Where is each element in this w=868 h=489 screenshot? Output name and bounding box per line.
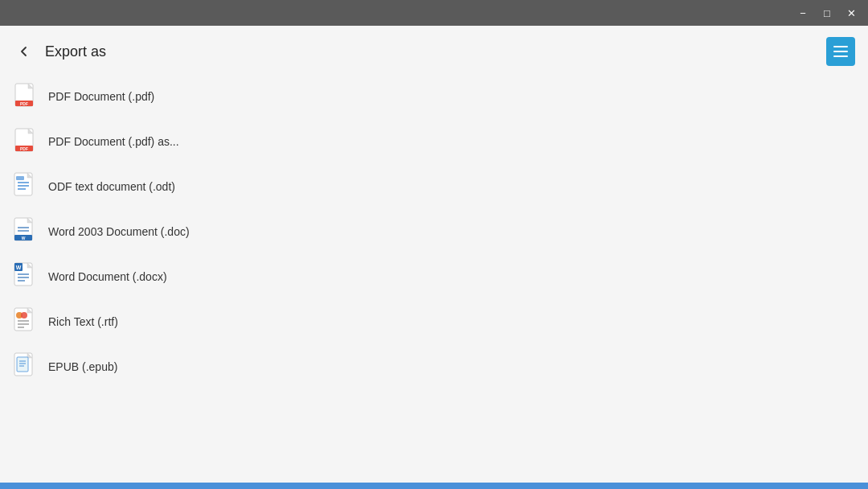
menu-line-1 bbox=[833, 46, 848, 47]
odt-icon bbox=[13, 172, 39, 201]
minimize-button[interactable]: − bbox=[792, 5, 813, 21]
titlebar: − □ ✕ bbox=[0, 0, 868, 26]
export-item-doc-label: Word 2003 Document (.doc) bbox=[48, 225, 190, 238]
epub-icon bbox=[13, 352, 39, 381]
menu-button[interactable] bbox=[826, 37, 855, 66]
back-button[interactable] bbox=[13, 40, 35, 63]
export-item-doc[interactable]: W Word 2003 Document (.doc) bbox=[6, 209, 862, 254]
export-item-odt[interactable]: ODF text document (.odt) bbox=[6, 164, 862, 209]
maximize-button[interactable]: □ bbox=[817, 5, 837, 21]
export-item-epub-label: EPUB (.epub) bbox=[48, 360, 117, 373]
svg-text:W: W bbox=[22, 236, 26, 240]
export-item-pdf[interactable]: PDF PDF Document (.pdf) bbox=[6, 74, 862, 119]
header: Export as bbox=[0, 26, 868, 74]
export-item-rtf[interactable]: Rich Text (.rtf) bbox=[6, 299, 862, 344]
page-title: Export as bbox=[45, 43, 106, 60]
export-item-pdf-label: PDF Document (.pdf) bbox=[48, 90, 154, 103]
pdf-icon: PDF bbox=[13, 82, 39, 111]
bottom-stripe bbox=[0, 483, 868, 489]
export-item-pdf-as[interactable]: PDF PDF Document (.pdf) as... bbox=[6, 119, 862, 164]
svg-text:PDF: PDF bbox=[20, 101, 28, 106]
pdf-as-icon: PDF bbox=[13, 127, 39, 156]
svg-text:PDF: PDF bbox=[20, 146, 28, 151]
export-item-epub[interactable]: EPUB (.epub) bbox=[6, 344, 862, 389]
svg-point-24 bbox=[21, 312, 27, 318]
svg-rect-29 bbox=[17, 357, 28, 372]
back-icon bbox=[18, 45, 31, 58]
docx-icon: W bbox=[13, 262, 39, 291]
menu-line-3 bbox=[833, 55, 848, 57]
main-content: Export as PDF PDF Document (.pdf) bbox=[0, 26, 868, 483]
export-item-pdf-as-label: PDF Document (.pdf) as... bbox=[48, 135, 179, 148]
menu-line-2 bbox=[833, 51, 848, 52]
export-item-docx[interactable]: W Word Document (.docx) bbox=[6, 254, 862, 299]
export-item-odt-label: ODF text document (.odt) bbox=[48, 180, 175, 193]
close-button[interactable]: ✕ bbox=[841, 5, 862, 21]
export-list: PDF PDF Document (.pdf) PDF PDF Document… bbox=[0, 74, 868, 389]
svg-text:W: W bbox=[16, 265, 22, 270]
doc-icon: W bbox=[13, 217, 39, 246]
export-item-rtf-label: Rich Text (.rtf) bbox=[48, 315, 118, 328]
rtf-icon bbox=[13, 307, 39, 336]
svg-rect-10 bbox=[16, 176, 24, 180]
export-item-docx-label: Word Document (.docx) bbox=[48, 270, 167, 283]
